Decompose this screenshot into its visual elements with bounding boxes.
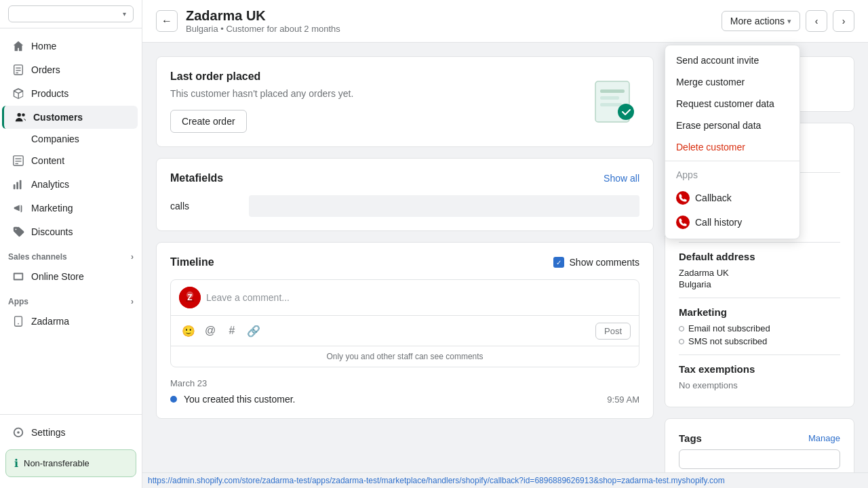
sales-channels-expand-icon[interactable]: › [131,252,134,262]
sidebar-item-content[interactable]: Content [4,149,138,172]
page-title-area: Zadarma UK Bulgaria • Customer for about… [186,8,713,34]
sidebar-item-companies-label: Companies [31,134,79,144]
emoji-icon[interactable]: 🙂 [179,321,198,340]
link-icon[interactable]: 🔗 [244,321,263,340]
dropdown-erase-data[interactable]: Erase personal data [665,115,800,136]
svg-point-5 [22,113,25,117]
sidebar-item-online-store-label: Online Store [31,271,84,282]
sidebar-item-home-label: Home [31,41,56,52]
svg-rect-17 [600,89,625,93]
sidebar-item-settings-label: Settings [31,427,66,438]
svg-point-4 [18,113,21,117]
discounts-icon [12,226,24,238]
post-button[interactable]: Post [595,323,631,340]
marketing-sms-dot [679,339,684,344]
divider-4 [679,354,840,355]
order-illustration [585,75,639,129]
svg-rect-12 [20,180,22,190]
timeline-event-time: 9:59 AM [607,394,639,405]
metafield-calls-value [249,195,639,217]
user-avatar: Z [179,287,201,308]
divider-2 [679,242,840,243]
dropdown-delete-customer[interactable]: Delete customer [665,136,800,158]
mention-icon[interactable]: @ [201,321,220,340]
dropdown-send-invite[interactable]: Send account invite [665,49,800,71]
callback-app-icon [676,191,690,205]
show-all-link[interactable]: Show all [604,173,639,184]
show-comments-checkbox[interactable]: ✓ [553,257,564,268]
dropdown-callback[interactable]: Callback [665,186,800,210]
metafields-card: Metafields Show all calls [156,158,654,231]
manage-tags-link[interactable]: Manage [808,433,840,443]
timeline-event: You created this customer. 9:59 AM [170,394,639,405]
sidebar-item-customers-label: Customers [33,112,83,123]
sidebar-item-settings[interactable]: Settings [4,421,138,444]
svg-text:Z: Z [187,293,192,302]
timeline-title: Timeline [170,256,214,268]
dropdown-merge-customer[interactable]: Merge customer [665,71,800,93]
timeline-date: March 23 [170,378,639,388]
sidebar-item-analytics[interactable]: Analytics [4,173,138,196]
comment-note: Only you and other staff can see comment… [171,346,639,367]
timeline-event-text: You created this customer. [184,394,600,405]
online-store-icon [12,270,24,283]
timeline-dot [170,396,177,403]
sidebar-item-analytics-label: Analytics [31,179,69,190]
non-transferable-label: Non-transferable [24,458,90,468]
sidebar-item-products[interactable]: Products [4,82,138,105]
content-icon [12,155,24,167]
prev-customer-button[interactable]: ‹ [806,10,827,32]
info-icon: ℹ [14,457,18,470]
sales-channels-label: Sales channels [8,252,67,262]
default-address-title: Default address [679,251,840,262]
comment-placeholder[interactable]: Leave a comment... [206,292,631,303]
dropdown-call-history[interactable]: Call history [665,210,800,235]
more-actions-button[interactable]: More actions ▾ [722,11,800,31]
marketing-email-label: Email not subscribed [688,323,770,333]
sidebar-item-companies[interactable]: Companies [4,129,138,148]
orders-icon [12,64,24,76]
marketing-sms: SMS not subscribed [679,336,840,346]
sidebar-item-online-store[interactable]: Online Store [4,265,138,288]
last-order-description: This customer hasn't placed any orders y… [170,88,353,99]
comment-toolbar: 🙂 @ # 🔗 Post [171,315,639,346]
main-nav: Home Orders Products Customers Companies [0,28,142,414]
call-history-label: Call history [695,217,742,228]
apps-expand-icon[interactable]: › [131,297,134,306]
create-order-button[interactable]: Create order [170,110,247,133]
sidebar-item-discounts[interactable]: Discounts [4,220,138,243]
tags-input[interactable] [679,449,840,469]
svg-rect-18 [600,96,619,100]
comment-area: Z Leave a comment... 🙂 @ # 🔗 Post Only y… [170,279,639,367]
apps-label: Apps [8,297,28,306]
sidebar-item-marketing[interactable]: Marketing [4,197,138,220]
next-customer-button[interactable]: › [833,10,854,32]
store-dropdown-button[interactable]: ▾ [8,5,134,22]
call-history-app-icon [676,216,690,229]
last-order-card: Last order placed This customer hasn't p… [156,56,654,147]
last-order-content: Last order placed This customer hasn't p… [170,70,353,133]
sidebar-item-customers[interactable]: Customers [2,106,138,129]
svg-point-14 [18,323,19,325]
store-selector[interactable]: ▾ [0,0,142,28]
customer-name: Zadarma UK [186,8,713,24]
sidebar-item-discounts-label: Discounts [31,226,73,237]
show-comments-toggle[interactable]: ✓ Show comments [553,257,639,268]
divider-3 [679,298,840,298]
dropdown-request-data[interactable]: Request customer data [665,93,800,115]
sidebar-item-marketing-label: Marketing [31,203,73,214]
metafields-row: calls [170,195,639,217]
tags-title: Tags [679,432,702,444]
hashtag-icon[interactable]: # [222,321,241,340]
timeline-card: Timeline ✓ Show comments Z [156,242,654,419]
sidebar-item-orders[interactable]: Orders [4,58,138,81]
back-button[interactable]: ← [156,10,178,32]
sidebar-item-zadarma-label: Zadarma [31,316,69,327]
metafields-header: Metafields Show all [170,172,639,184]
metafields-title: Metafields [170,172,223,184]
home-icon [12,40,24,52]
sidebar-item-zadarma[interactable]: Zadarma [4,310,138,333]
sidebar-bottom: Settings ℹ Non-transferable [0,414,142,488]
marketing-title: Marketing [679,306,840,318]
sidebar-item-home[interactable]: Home [4,35,138,58]
